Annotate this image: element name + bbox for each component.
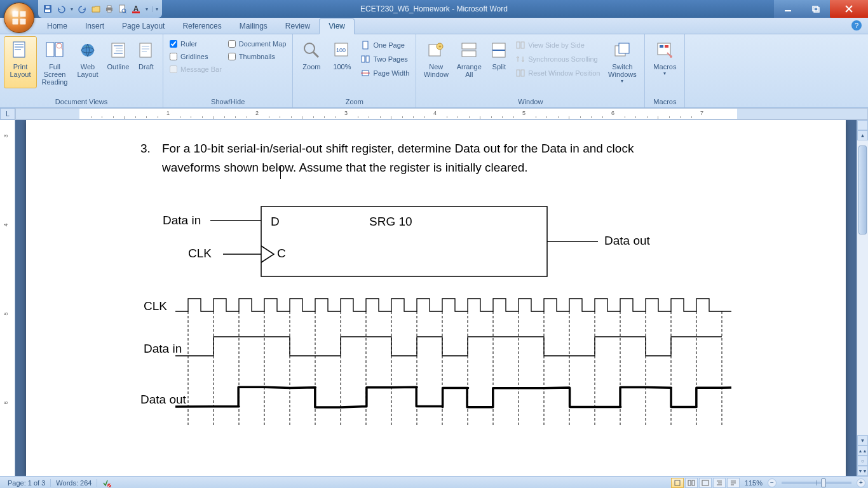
- svg-point-28: [81, 44, 94, 57]
- svg-rect-60: [619, 43, 629, 53]
- undo-icon[interactable]: [55, 3, 67, 15]
- zoom-button[interactable]: Zoom: [297, 36, 326, 88]
- horizontal-ruler[interactable]: 1234567: [15, 108, 868, 119]
- text-cursor: [280, 166, 281, 179]
- qat-sep: ▾: [69, 6, 75, 12]
- page-width-button[interactable]: Page Width: [358, 67, 412, 79]
- fullscreen-view-icon[interactable]: [685, 478, 698, 488]
- document-page[interactable]: 3. For a 10-bit serial-in/serial-out shi…: [26, 120, 846, 476]
- split-handle[interactable]: [857, 120, 868, 130]
- office-button[interactable]: [4, 3, 34, 33]
- ruler-row: L 1234567: [0, 108, 868, 120]
- svg-rect-30: [112, 43, 125, 57]
- svg-rect-8: [107, 6, 111, 8]
- zoom-100-button[interactable]: 100 100%: [327, 36, 356, 88]
- print-layout-button[interactable]: Print Layout: [4, 36, 37, 88]
- question-text-1: For a 10-bit serial-in/serial-out shift …: [162, 139, 634, 158]
- redo-icon[interactable]: [77, 3, 88, 15]
- tab-page-layout[interactable]: Page Layout: [113, 19, 173, 34]
- macros-button[interactable]: Macros ▾: [649, 36, 681, 88]
- draft-button[interactable]: Draft: [133, 36, 159, 88]
- scroll-down-icon[interactable]: ▼: [857, 435, 868, 445]
- outline-icon: [107, 39, 129, 61]
- svg-rect-56: [521, 42, 524, 48]
- question-number: 3.: [140, 139, 154, 178]
- outline-button[interactable]: Outline: [104, 36, 132, 88]
- ruler-checkbox[interactable]: Ruler: [167, 39, 224, 49]
- zoom-out-button[interactable]: −: [768, 478, 776, 487]
- qat-customize-icon[interactable]: ▾: [152, 6, 158, 12]
- two-pages-icon: [360, 54, 370, 64]
- page-status[interactable]: Page: 1 of 3: [3, 479, 51, 487]
- arrange-all-button[interactable]: Arrange All: [453, 36, 485, 88]
- tab-home[interactable]: Home: [38, 19, 76, 34]
- tab-mailings[interactable]: Mailings: [231, 19, 276, 34]
- scroll-up-icon[interactable]: ▲: [857, 130, 868, 140]
- new-window-button[interactable]: ✦ New Window: [420, 36, 452, 88]
- print-layout-icon: [10, 39, 31, 61]
- preview-icon[interactable]: [117, 3, 128, 15]
- one-page-button[interactable]: One Page: [358, 39, 412, 51]
- thumbnails-checkbox[interactable]: Thumbnails: [226, 51, 289, 62]
- proofing-icon[interactable]: [97, 478, 116, 487]
- browse-object-icon[interactable]: ○: [857, 456, 868, 466]
- chevron-down-icon: ▾: [621, 78, 623, 84]
- close-button[interactable]: [830, 0, 868, 18]
- split-button[interactable]: Split: [486, 36, 512, 88]
- zoom-level[interactable]: 115%: [745, 479, 763, 487]
- block-diagram: Data in D SRG 10 CLK C Data out: [159, 200, 706, 283]
- tab-references[interactable]: References: [173, 19, 230, 34]
- macros-label: Macros: [649, 97, 681, 107]
- minimize-button[interactable]: [774, 0, 802, 18]
- tab-selector[interactable]: L: [0, 108, 15, 119]
- tab-view[interactable]: View: [319, 18, 355, 34]
- web-layout-button[interactable]: Web Layout: [72, 36, 103, 88]
- vertical-ruler[interactable]: 3456: [0, 120, 15, 476]
- macros-icon: [654, 39, 675, 61]
- save-icon[interactable]: [42, 3, 53, 15]
- fontcolor-icon[interactable]: A: [130, 3, 142, 15]
- sync-scroll-button: Synchronous Scrolling: [513, 53, 602, 65]
- svg-rect-61: [658, 43, 670, 55]
- svg-text:✦: ✦: [438, 44, 442, 50]
- two-pages-button[interactable]: Two Pages: [358, 53, 412, 65]
- msgbar-checkbox[interactable]: Message Bar: [167, 64, 224, 74]
- svg-text:CLK: CLK: [188, 247, 212, 260]
- draft-view-icon[interactable]: [727, 478, 740, 488]
- help-icon[interactable]: ?: [851, 20, 862, 30]
- svg-rect-9: [107, 10, 111, 12]
- zoom-thumb[interactable]: [821, 478, 826, 487]
- next-page-icon[interactable]: ▼▼: [857, 466, 868, 476]
- open-icon[interactable]: [90, 3, 102, 15]
- zoom-slider[interactable]: [782, 482, 851, 484]
- svg-rect-21: [15, 44, 24, 45]
- word-count[interactable]: Words: 264: [51, 479, 97, 487]
- title-bar: ▾ A ▾ ▾ ECET230_W6_Homework - Microsoft …: [0, 0, 868, 18]
- zoom-in-button[interactable]: +: [857, 478, 865, 487]
- maximize-button[interactable]: [802, 0, 830, 18]
- outline-view-icon[interactable]: [713, 478, 726, 488]
- fullscreen-reading-button[interactable]: Full Screen Reading: [38, 36, 71, 88]
- showhide-label: Show/Hide: [167, 97, 288, 107]
- prev-page-icon[interactable]: ▲▲: [857, 445, 868, 456]
- scroll-thumb[interactable]: [858, 146, 867, 234]
- svg-line-12: [125, 12, 126, 13]
- quickprint-icon[interactable]: [104, 3, 115, 15]
- vertical-scrollbar[interactable]: ▲ ▼ ▲▲ ○ ▼▼: [857, 120, 868, 476]
- switch-icon: [611, 39, 633, 61]
- gridlines-checkbox[interactable]: Gridlines: [167, 51, 224, 62]
- docmap-checkbox[interactable]: Document Map: [226, 39, 289, 49]
- tab-insert[interactable]: Insert: [76, 19, 113, 34]
- svg-rect-105: [702, 480, 709, 485]
- zoom-icon: [301, 39, 322, 61]
- tab-review[interactable]: Review: [276, 19, 319, 34]
- svg-rect-6: [46, 6, 50, 8]
- zoom-label: Zoom: [297, 97, 412, 107]
- svg-text:100: 100: [336, 47, 346, 53]
- web-view-icon[interactable]: [699, 478, 712, 488]
- qat-dropdown-icon[interactable]: ▾: [144, 6, 150, 12]
- draft-icon: [135, 39, 157, 61]
- printlayout-view-icon[interactable]: [671, 478, 684, 488]
- switch-windows-button[interactable]: Switch Windows ▾: [604, 36, 641, 88]
- svg-rect-103: [688, 480, 691, 485]
